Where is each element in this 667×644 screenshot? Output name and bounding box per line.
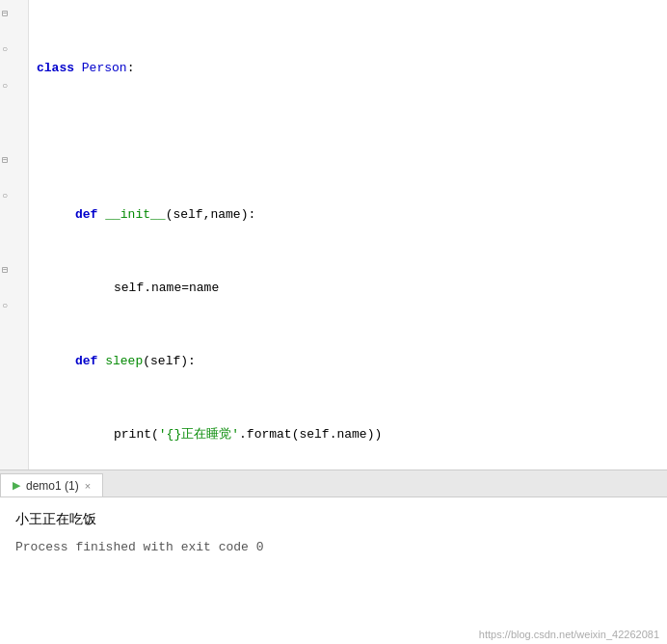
line-num-20 xyxy=(0,352,28,370)
keyword-class: class xyxy=(37,59,82,77)
line-num-16 xyxy=(0,279,28,297)
funcname-init: __init__ xyxy=(105,205,165,224)
line-num-6 xyxy=(0,95,28,114)
code-line-5: def sleep(self): xyxy=(37,352,667,370)
fold-icon-1[interactable]: ⊟ xyxy=(2,8,8,19)
line-num-2 xyxy=(0,22,28,40)
output-main-text: 小王正在吃饭 xyxy=(15,509,652,530)
fold-icon-9[interactable]: ⊟ xyxy=(2,154,8,166)
tab-label: demo1 (1) xyxy=(26,479,79,493)
code-line-2 xyxy=(37,132,667,150)
line-num-24 xyxy=(0,425,28,443)
keyword-def-sleep: def xyxy=(75,352,105,370)
run-icon: ▶ xyxy=(13,479,20,492)
line-num-15: ⊟ xyxy=(0,260,28,279)
line-num-8 xyxy=(0,132,28,150)
line-num-18 xyxy=(0,315,28,334)
code-line-4: self.name=name xyxy=(37,279,667,297)
line-num-22 xyxy=(0,389,28,407)
format-sleep: .format(self.name)) xyxy=(239,425,382,443)
code-content[interactable]: class Person: def __init__(self,name): s… xyxy=(29,0,667,470)
line-num-4 xyxy=(0,59,28,77)
line-num-11: ○ xyxy=(0,187,28,205)
params-sleep: (self): xyxy=(143,352,196,370)
tab-close-button[interactable]: × xyxy=(85,480,91,492)
line-num-13 xyxy=(0,224,28,242)
line-num-19 xyxy=(0,334,28,352)
output-tab-demo1[interactable]: ▶ demo1 (1) × xyxy=(0,473,103,496)
line-num-1: ⊟ xyxy=(0,4,28,22)
keyword-def-init: def xyxy=(75,205,105,224)
output-content: 小王正在吃饭 Process finished with exit code 0 xyxy=(0,497,667,570)
funcname-sleep: sleep xyxy=(105,352,143,370)
line-num-5: ○ xyxy=(0,77,28,95)
line-num-7 xyxy=(0,114,28,132)
string-sleep: '{}正在睡觉' xyxy=(159,425,239,443)
line-num-10 xyxy=(0,169,28,187)
line-num-12 xyxy=(0,205,28,224)
fold-icon-15[interactable]: ⊟ xyxy=(2,264,8,276)
line-num-3: ○ xyxy=(0,40,28,59)
output-area: ▶ demo1 (1) × 小王正在吃饭 Process finished wi… xyxy=(0,470,667,644)
line-num-14 xyxy=(0,242,28,260)
params-init: (self,name): xyxy=(166,205,256,224)
line-num-9: ⊟ xyxy=(0,150,28,169)
line-num-21 xyxy=(0,370,28,389)
line-numbers: ⊟ ○ ○ ⊟ ○ ⊟ ○ xyxy=(0,0,29,470)
fold-icon-3[interactable]: ○ xyxy=(2,44,8,55)
editor-area: ⊟ ○ ○ ⊟ ○ ⊟ ○ class Person: xyxy=(0,0,667,470)
fold-icon-17[interactable]: ○ xyxy=(2,301,8,311)
line-num-17: ○ xyxy=(0,297,28,315)
fold-icon-5[interactable]: ○ xyxy=(2,81,8,92)
code-line-1: class Person: xyxy=(37,59,667,77)
output-tab-bar: ▶ demo1 (1) × xyxy=(0,470,667,497)
colon-person: : xyxy=(127,59,135,77)
output-process-text: Process finished with exit code 0 xyxy=(15,538,652,558)
line-num-23 xyxy=(0,407,28,425)
fold-icon-11[interactable]: ○ xyxy=(2,191,8,201)
code-line-6: print('{}正在睡觉'.format(self.name)) xyxy=(37,425,667,443)
print-call-sleep: print( xyxy=(114,425,159,443)
self-name-assign: self.name=name xyxy=(114,279,219,297)
classname-person: Person xyxy=(82,59,127,77)
watermark: https://blog.csdn.net/weixin_42262081 xyxy=(479,629,659,640)
code-line-3: def __init__(self,name): xyxy=(37,205,667,224)
